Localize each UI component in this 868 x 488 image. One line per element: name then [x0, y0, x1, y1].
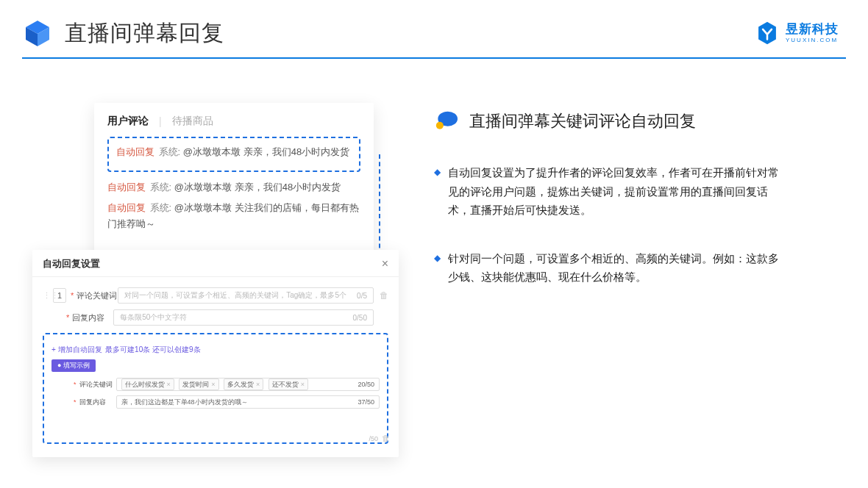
bullet-item: ◆ 针对同一个问题，可设置多个相近的、高频的关键词。例如：这款多少钱、这块能优惠…: [434, 249, 839, 287]
settings-card: 自动回复设置 × ⋮⋮ 1 * 评论关键词 对同一个问题，可设置多个相近、高频的…: [32, 250, 399, 457]
mock-screenshots: 用户评论 | 待播商品 自动回复 系统: @冰墩墩本墩 亲亲，我们48小时内发货…: [29, 103, 405, 456]
diamond-bullet-icon: ◆: [434, 165, 441, 220]
required-star: *: [74, 398, 77, 406]
required-star: *: [66, 313, 69, 322]
bullet-item: ◆ 自动回复设置为了提升作者的评论回复效率，作者可在开播前针对常见的评论用户问题…: [434, 163, 839, 220]
example-content-row: * 回复内容 亲，我们这边都是下单48小时内发货的哦～ 37/50: [51, 395, 380, 409]
tab-divider: |: [159, 115, 162, 127]
tag[interactable]: 什么时候发货×: [121, 378, 174, 390]
tag[interactable]: 发货时间×: [179, 378, 218, 390]
keyword-row: ⋮⋮ 1 * 评论关键词 对同一个问题，可设置多个相近、高频的关键词，Tag确定…: [43, 287, 388, 304]
keyword-label: 评论关键词: [77, 290, 118, 301]
highlighted-comment: 自动回复 系统: @冰墩墩本墩 亲亲，我们48小时内发货: [107, 137, 360, 172]
brand-logo: 昱新科技 YUUXIN.COM: [755, 21, 839, 46]
section-title: 直播间弹幕关键词评论自动回复: [469, 110, 696, 132]
required-star: *: [74, 381, 77, 388]
page-title: 直播间弹幕回复: [65, 18, 224, 49]
section-heading: 直播间弹幕关键词评论自动回复: [434, 110, 839, 132]
settings-title: 自动回复设置: [43, 257, 100, 270]
trash-icon[interactable]: 🗑: [382, 434, 390, 442]
drag-handle-icon[interactable]: ⋮⋮: [43, 291, 49, 301]
comment-line: 自动回复 系统: @冰墩墩本墩 关注我们的店铺，每日都有热门推荐呦～: [107, 200, 360, 232]
tab-pending-goods[interactable]: 待播商品: [172, 115, 213, 128]
content-label: 回复内容: [72, 312, 113, 323]
diamond-bullet-icon: ◆: [434, 251, 441, 287]
tag[interactable]: 多久发货×: [224, 378, 263, 390]
comment-line: 自动回复 系统: @冰墩墩本墩 亲亲，我们48小时内发货: [107, 179, 360, 195]
comments-card: 用户评论 | 待播商品 自动回复 系统: @冰墩墩本墩 亲亲，我们48小时内发货…: [94, 103, 374, 272]
example-content-input[interactable]: 亲，我们这边都是下单48小时内发货的哦～ 37/50: [116, 395, 380, 409]
svg-point-4: [436, 122, 444, 129]
brand-name: 昱新科技: [786, 23, 839, 35]
stray-counter: /50: [369, 435, 378, 442]
page-header: 直播间弹幕回复 昱新科技 YUUXIN.COM: [0, 0, 868, 57]
example-badge: ● 填写示例: [51, 359, 96, 372]
example-highlight: + 增加自动回复 最多可建10条 还可以创建9条 ● 填写示例 * 评论关键词 …: [43, 333, 388, 444]
trash-icon[interactable]: 🗑: [380, 290, 388, 301]
keyword-input[interactable]: 对同一个问题，可设置多个相近、高频的关键词，Tag确定，最多5个 0/5: [118, 287, 374, 304]
comment-line: 自动回复 系统: @冰墩墩本墩 亲亲，我们48小时内发货: [116, 144, 352, 160]
speech-bubble-icon: [434, 110, 459, 132]
add-auto-reply-link[interactable]: + 增加自动回复 最多可建10条 还可以创建9条: [51, 342, 380, 355]
tab-row: 用户评论 | 待播商品: [107, 115, 360, 128]
index-box: 1: [53, 288, 66, 303]
description-panel: 直播间弹幕关键词评论自动回复 ◆ 自动回复设置为了提升作者的评论回复效率，作者可…: [405, 103, 839, 456]
example-keyword-row: * 评论关键词 什么时候发货× 发货时间× 多久发货× 还不发货× 20/50: [51, 378, 380, 391]
example-keyword-input[interactable]: 什么时候发货× 发货时间× 多久发货× 还不发货× 20/50: [116, 378, 380, 391]
required-star: *: [71, 291, 74, 300]
tab-user-comments[interactable]: 用户评论: [107, 115, 149, 128]
cube-icon: [22, 18, 53, 49]
content-input[interactable]: 每条限50个中文字符 0/50: [113, 309, 374, 326]
content-row: * 回复内容 每条限50个中文字符 0/50 🗑: [43, 309, 388, 326]
tag[interactable]: 还不发货×: [268, 378, 308, 390]
close-icon[interactable]: ×: [382, 257, 388, 270]
brand-mark-icon: [755, 21, 780, 46]
brand-url: YUUXIN.COM: [786, 37, 839, 43]
